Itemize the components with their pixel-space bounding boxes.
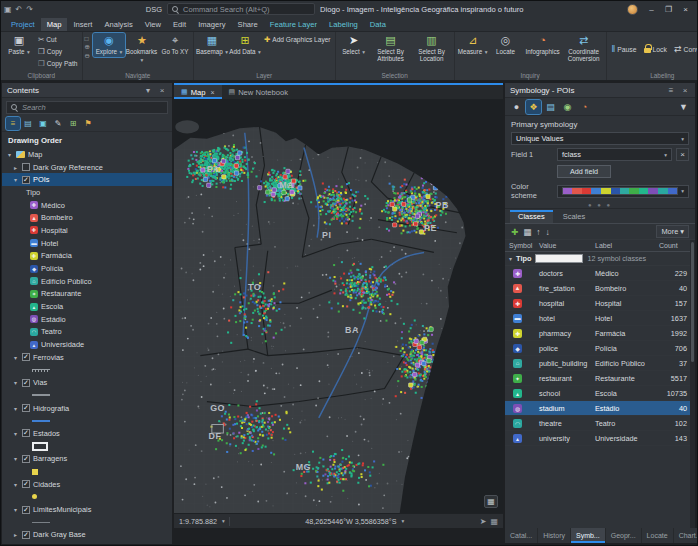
ribbon-tab-edit[interactable]: Edit (167, 18, 192, 31)
tab-new-notebook[interactable]: ▤ New Notebook (222, 85, 295, 99)
zoom-out-icon[interactable]: ⊖ (85, 52, 90, 60)
zoom-in-icon[interactable]: ⊕ (85, 43, 90, 51)
expand-icon[interactable]: ▾ (12, 481, 19, 488)
class-row-school[interactable]: ▴schoolEscola10735 (505, 386, 695, 401)
states-symbol[interactable] (32, 442, 48, 451)
expand-icon[interactable]: ▾ (12, 430, 19, 437)
group-row[interactable]: ▾ Tipo 12 symbol classes (505, 252, 695, 266)
legend-item-public_building[interactable]: ⌂Edifício Público (2, 275, 172, 288)
map-scale[interactable]: 1:9.785.882 (179, 517, 217, 526)
infographics-button[interactable]: ◔Infographics (523, 33, 563, 56)
copy-path-button[interactable]: ❐Copy Path (36, 58, 80, 69)
water-symbol[interactable] (32, 420, 50, 422)
layer-dark-gray-reference[interactable]: ▸Dark Gray Reference (2, 161, 172, 174)
minimize-button[interactable]: – (643, 2, 660, 16)
panel-close-icon[interactable]: × (680, 86, 690, 95)
class-row-doctors[interactable]: ✚doctorsMédico229 (505, 266, 695, 281)
legend-item-stadium[interactable]: ◍Estádio (2, 313, 172, 326)
layer-checkbox[interactable]: ✓ (22, 531, 30, 539)
dock-tab-locate[interactable]: Locate (642, 528, 673, 543)
tab-map[interactable]: ▦ Map × (174, 85, 222, 99)
ribbon-tab-map[interactable]: Map (41, 18, 68, 31)
class-row-restaurant[interactable]: ✦restaurantRestaurante5517 (505, 371, 695, 386)
dock-tab-catal[interactable]: Catal... (505, 528, 537, 543)
layer-checkbox[interactable]: ✓ (22, 506, 30, 514)
add-graphics-layer-button[interactable]: ✚Add Graphics Layer (262, 34, 333, 45)
expand-icon[interactable]: ▾ (12, 379, 19, 386)
remove-field-button[interactable]: × (676, 148, 689, 161)
legend-item-doctors[interactable]: ✚Médico (2, 199, 172, 212)
go-to-xy-button[interactable]: ⌖Go To XY (159, 33, 191, 56)
add-field-button[interactable]: Add field (557, 165, 611, 178)
layer-checkbox[interactable]: ✓ (22, 480, 30, 488)
legend-item-restaurant[interactable]: ✦Restaurante (2, 288, 172, 301)
legend-item-hotel[interactable]: ▬Hotel (2, 237, 172, 250)
legend-item-fire_station[interactable]: ▲Bombeiro (2, 211, 172, 224)
layer-checkbox[interactable]: ✓ (22, 429, 30, 437)
panel-close-icon[interactable]: × (157, 86, 167, 95)
dock-tab-geopr[interactable]: Geopr... (606, 528, 641, 543)
dam-symbol[interactable] (32, 469, 38, 475)
charts-icon[interactable]: ◔ (577, 100, 592, 114)
layer-dark-gray-base[interactable]: ▸✓Dark Gray Base (2, 529, 172, 542)
selection-arrow-icon[interactable]: ➤ (480, 517, 487, 526)
class-row-fire_station[interactable]: ▲fire_stationBombeiro40 (505, 281, 695, 296)
expand-icon[interactable]: ▾ (12, 405, 19, 412)
expand-icon[interactable]: ▾ (509, 255, 512, 262)
more-button[interactable]: More ▾ (656, 225, 689, 238)
table-icon[interactable]: ▦ (523, 227, 531, 237)
tab-classes[interactable]: Classes (510, 210, 553, 223)
layer-ferrovias[interactable]: ▾✓Ferrovias (2, 351, 172, 364)
list-by-drawing-order-icon[interactable]: ≡ (6, 117, 20, 130)
list-by-editing-icon[interactable]: ✎ (51, 117, 65, 130)
dock-tab-symb[interactable]: Symb... (571, 528, 605, 543)
ribbon-tab-view[interactable]: View (139, 18, 167, 31)
command-search-input[interactable]: Command Search (Alt+Q) (167, 3, 315, 15)
layer-limitesmunicipais[interactable]: ▾✓LimitesMunicipais (2, 503, 172, 516)
tab-scales[interactable]: Scales (555, 210, 594, 223)
class-row-theatre[interactable]: ◠theatreTeatro102 (505, 416, 695, 431)
add-values-icon[interactable]: ✚ (511, 227, 518, 237)
select-button[interactable]: ➤Select ▾ (338, 33, 370, 57)
color-scheme-dropdown[interactable]: ▾ (557, 185, 689, 198)
user-avatar[interactable] (627, 4, 638, 15)
scale-dropdown-caret[interactable]: ▾ (222, 518, 225, 524)
save-icon[interactable]: ▣ (4, 5, 12, 14)
map-row[interactable]: ▾Map (2, 148, 172, 161)
ribbon-tab-feature-layer[interactable]: Feature Layer (264, 18, 323, 31)
class-row-police[interactable]: ◆policePolícia706 (505, 341, 695, 356)
map-overview-button[interactable]: ▦ (484, 495, 498, 508)
legend-item-school[interactable]: ▴Escola (2, 300, 172, 313)
symbology-method-dropdown[interactable]: Unique Values ▾ (511, 132, 689, 145)
graduated-symbols-icon[interactable]: ◉ (560, 100, 575, 114)
dock-tab-history[interactable]: History (538, 528, 570, 543)
legend-item-police[interactable]: ◆Polícia (2, 262, 172, 275)
layer-cidades[interactable]: ▾✓Cidades (2, 478, 172, 491)
expand-icon[interactable]: ▾ (12, 354, 19, 361)
lock-button[interactable]: Lock (641, 42, 670, 56)
scrollbar[interactable] (690, 240, 695, 528)
close-tab-icon[interactable]: × (210, 89, 214, 96)
undo-icon[interactable]: ↶ (16, 5, 23, 14)
layer-checkbox[interactable]: ✓ (22, 379, 30, 387)
class-row-pharmacy[interactable]: ✚pharmacyFarmácia1992 (505, 326, 695, 341)
cut-button[interactable]: ✂Cut (36, 34, 80, 45)
layer-estados[interactable]: ▾✓Estados (2, 427, 172, 440)
legend-item-theatre[interactable]: ◠Teatro (2, 326, 172, 339)
filter-icon[interactable]: ▼ (676, 100, 691, 114)
expand-icon[interactable]: ▾ (12, 176, 19, 183)
maximize-button[interactable]: ❐ (660, 2, 677, 16)
contents-search-input[interactable]: Search (6, 101, 168, 114)
grid-icon[interactable]: ▦ (490, 517, 498, 526)
layer-checkbox[interactable]: ✓ (22, 404, 30, 412)
railway-symbol[interactable] (32, 369, 50, 372)
coords-dropdown-caret[interactable]: ▾ (402, 518, 405, 524)
expand-icon[interactable]: ▸ (12, 164, 19, 171)
ribbon-tab-insert[interactable]: Insert (67, 18, 98, 31)
expand-icon[interactable]: ▸ (12, 531, 19, 538)
expand-icon[interactable]: ▾ (12, 506, 19, 513)
layer-checkbox[interactable]: ✓ (22, 455, 30, 463)
ribbon-tab-project[interactable]: Project (5, 18, 41, 31)
measure-button[interactable]: ⊿Measure ▾ (457, 33, 489, 57)
ribbon-tab-data[interactable]: Data (364, 18, 392, 31)
